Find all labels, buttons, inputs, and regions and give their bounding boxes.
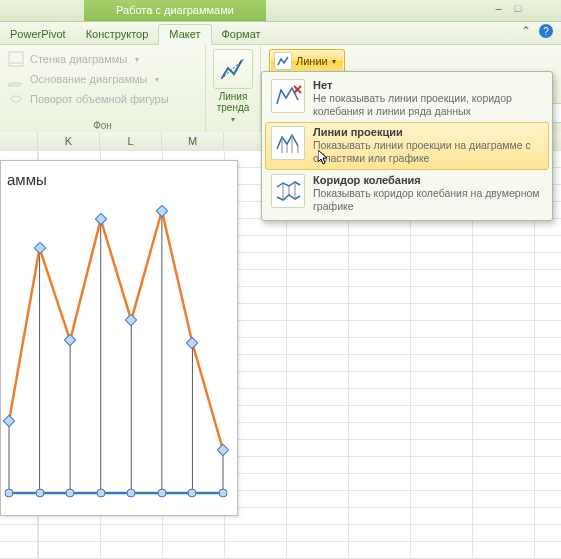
chart-wall-icon [8,51,24,67]
column-header-k[interactable]: K [38,132,100,150]
tab-format[interactable]: Формат [212,25,271,44]
ribbon-group-trendline: Линия тренда ▾ [206,45,261,133]
svg-rect-0 [9,52,23,66]
lines-dropdown-label: Линии [296,55,328,67]
ribbon-body: Стенка диаграммы ▾ Основание диаграммы ▾… [0,45,561,134]
svg-line-3 [221,59,244,79]
ribbon-group-background: Стенка диаграммы ▾ Основание диаграммы ▾… [0,45,206,133]
droplines-icon [271,126,305,160]
highlow-icon [271,174,305,208]
lines-dropdown-button[interactable]: Линии ▾ [269,49,345,73]
baseline-point-handle[interactable] [5,489,14,498]
ribbon-tabs: PowerPivot Конструктор Макет Формат ⌃ ? [0,22,561,45]
lines-option-highlow[interactable]: Коридор колебания Показывать коридор кол… [265,170,549,217]
chart-floor-button: Основание диаграммы ▾ [6,69,199,89]
lines-option-droplines[interactable]: Линии проекции Показывать линии проекции… [265,122,549,169]
tab-powerpivot[interactable]: PowerPivot [0,25,76,44]
baseline-point-handle[interactable] [66,489,75,498]
titlebar: Работа с диаграммами ‒ □ [0,0,561,22]
minimize-window-btn[interactable]: ‒ [491,2,505,15]
rotate-3d-icon [8,91,24,107]
column-header-blank[interactable] [0,132,38,150]
trendline-icon [218,54,248,84]
contextual-tab-title: Работа с диаграммами [84,0,266,21]
lines-option-none[interactable]: Нет Не показывать линии проекции, коридо… [265,75,549,122]
chart-wall-button: Стенка диаграммы ▾ [6,49,199,69]
tab-layout[interactable]: Макет [158,24,211,45]
trendline-button[interactable] [213,49,253,89]
chart-floor-label: Основание диаграммы [30,73,147,85]
line-chart-icon [274,52,292,70]
chevron-down-icon: ▾ [135,55,139,64]
trendline-label: Линия тренда [206,91,260,113]
chevron-down-icon: ▾ [332,57,336,66]
lines-option-droplines-desc: Показывать линии проекции на диаграмме с… [313,139,543,165]
baseline-point-handle[interactable] [157,489,166,498]
svg-marker-2 [8,83,22,86]
column-header-m[interactable]: M [162,132,224,150]
lines-option-highlow-title: Коридор колебания [313,174,543,186]
lines-dropdown-menu: Нет Не показывать линии проекции, коридо… [261,71,553,221]
chart-floor-icon [8,71,24,87]
chart-title[interactable]: аммы [5,171,229,193]
chevron-down-icon: ▾ [231,115,235,124]
chart-plot-area[interactable] [5,193,229,507]
ribbon-minimize-icon[interactable]: ⌃ [521,24,531,38]
embedded-chart[interactable]: аммы [0,160,238,516]
lines-option-highlow-desc: Показывать коридор колебания на двумерно… [313,187,543,213]
baseline-point-handle[interactable] [188,489,197,498]
baseline-point-handle[interactable] [35,489,44,498]
rotate-3d-button: Поворот объемной фигуры [6,89,199,109]
column-header-l[interactable]: L [100,132,162,150]
line-none-icon [271,79,305,113]
baseline-point-handle[interactable] [127,489,136,498]
lines-option-none-desc: Не показывать линии проекции, коридор ко… [313,92,543,118]
chart-wall-label: Стенка диаграммы [30,53,127,65]
ribbon-group-label-background: Фон [0,120,205,131]
chevron-down-icon: ▾ [155,75,159,84]
baseline-point-handle[interactable] [96,489,105,498]
restore-window-btn[interactable]: □ [511,2,525,15]
window-controls: ‒ □ [491,2,525,15]
baseline-point-handle[interactable] [219,489,228,498]
cursor-icon [318,150,330,166]
tab-constructor[interactable]: Конструктор [76,25,159,44]
rotate-3d-label: Поворот объемной фигуры [30,93,169,105]
lines-option-none-title: Нет [313,79,543,91]
lines-option-droplines-title: Линии проекции [313,126,543,138]
help-icon[interactable]: ? [539,24,553,38]
